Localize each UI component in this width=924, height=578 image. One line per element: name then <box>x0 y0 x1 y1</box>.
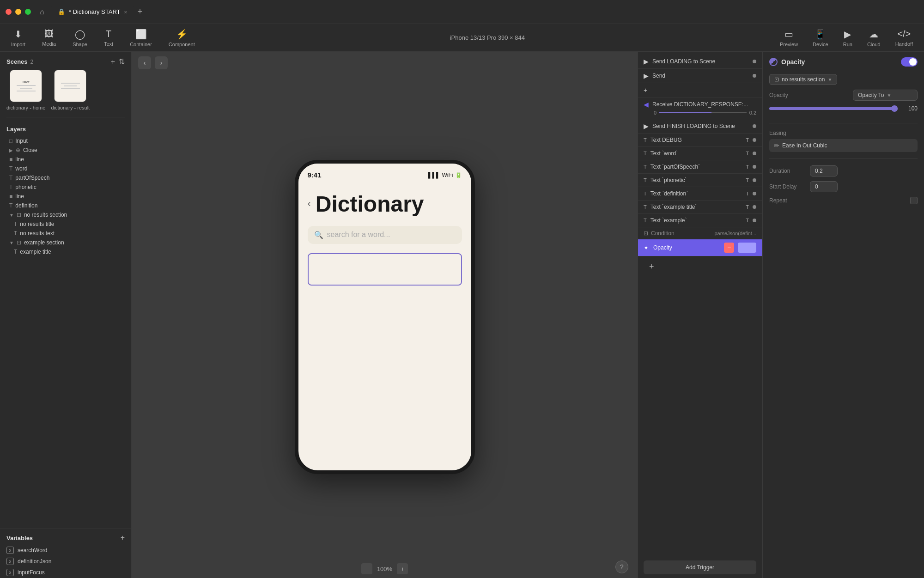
variable-inputfocus[interactable]: x inputFocus <box>0 567 131 578</box>
repeat-row: Repeat <box>769 197 918 204</box>
variable-definitionjson[interactable]: x definitionJson <box>0 556 131 567</box>
layer-no-results-title[interactable]: T no results title <box>0 219 131 229</box>
minimize-window-button[interactable] <box>15 9 21 15</box>
component-tool[interactable]: ⚡ Component <box>165 27 199 49</box>
scene-item-home[interactable]: Dict dictionary - home <box>6 70 45 110</box>
new-tab-button[interactable]: + <box>134 6 146 18</box>
send-finish-name: Send FINISH LOADING to Scene <box>652 123 749 129</box>
layer-example-section[interactable]: ▼ ⊡ example section <box>0 238 131 247</box>
timing-section: Duration Start Delay Repeat <box>763 162 924 213</box>
text-label: Text <box>104 41 113 47</box>
add-scene-button[interactable]: + <box>111 57 115 66</box>
condition-icon: ⊡ <box>644 230 648 237</box>
layer-example-title[interactable]: T example title <box>0 247 131 256</box>
opacity-type-row: Opacity Opacity To ▼ <box>769 90 918 101</box>
send-name: Send <box>652 73 749 79</box>
trigger-send-finish-loading[interactable]: ▶ Send FINISH LOADING to Scene <box>638 119 762 134</box>
layer-input[interactable]: □ Input <box>0 136 131 146</box>
layer-line-2[interactable]: ■ line <box>0 192 131 201</box>
close-window-button[interactable] <box>6 9 12 15</box>
search-icon: 🔍 <box>314 231 323 239</box>
trigger-dot-8 <box>753 192 756 195</box>
add-trigger-button[interactable]: Add Trigger <box>644 560 756 574</box>
home-icon[interactable]: ⌂ <box>36 6 48 18</box>
shape-tool[interactable]: ◯ Shape <box>69 27 91 49</box>
add-variable-button[interactable]: + <box>121 534 125 542</box>
layer-no-results-section[interactable]: ▼ ⊡ no results section <box>0 210 131 219</box>
layer-no-results-icon: ⊡ <box>17 212 21 218</box>
variable-searchword[interactable]: x searchWord <box>0 545 131 556</box>
trigger-send-loading[interactable]: ▶ Send LOADING to Scene <box>638 55 762 69</box>
opacity-delete-button[interactable]: − <box>724 243 734 253</box>
easing-option[interactable]: ✏ Ease In Out Cubic <box>769 139 918 152</box>
layer-line-1[interactable]: ■ line <box>0 155 131 164</box>
trigger-text-debug[interactable]: T Text DEBUG T <box>638 134 762 147</box>
text-tool[interactable]: T Text <box>100 27 117 49</box>
opacity-toggle[interactable] <box>901 57 918 67</box>
start-delay-input[interactable] <box>810 181 838 192</box>
text-debug-name: Text DEBUG <box>650 137 742 143</box>
trigger-text-partofspeech[interactable]: T Text `partOfSpeech` T <box>638 160 762 174</box>
opacity-slider[interactable] <box>769 107 898 110</box>
handoff-tool[interactable]: </> Handoff <box>892 27 917 49</box>
layer-no-results-expand-icon[interactable]: ▼ <box>9 213 14 218</box>
layer-word[interactable]: T word <box>0 164 131 173</box>
opacity-type-dropdown[interactable]: Opacity To ▼ <box>853 90 918 101</box>
slider-thumb[interactable] <box>891 105 898 112</box>
condition-value: parseJson(defint... <box>715 231 757 236</box>
trigger-text-definition[interactable]: T Text `definition` T <box>638 187 762 201</box>
layer-definition[interactable]: T definition <box>0 201 131 210</box>
layer-no-results-text[interactable]: T no results text <box>0 229 131 238</box>
target-dropdown-label: no results section <box>782 76 825 83</box>
zoom-out-button[interactable]: − <box>361 563 372 574</box>
trigger-add[interactable]: + <box>638 83 762 97</box>
preview-tool[interactable]: ▭ Preview <box>776 27 802 49</box>
device-tool[interactable]: 📱 Device <box>809 27 832 49</box>
layer-example-expand-icon[interactable]: ▼ <box>9 240 14 245</box>
trigger-text-word[interactable]: T Text `word` T <box>638 147 762 160</box>
import-tool[interactable]: ⬇ Import <box>7 27 29 49</box>
trigger-opacity-active[interactable]: ✦ Opacity − <box>638 239 762 256</box>
right-divider-2 <box>769 158 918 159</box>
layer-close[interactable]: ▶ ⊕ Close <box>0 146 131 155</box>
layer-partofspeech[interactable]: T partOfSpeech <box>0 173 131 183</box>
canvas-forward-button[interactable]: › <box>155 56 168 69</box>
phone-search-bar[interactable]: 🔍 search for a word... <box>308 226 462 244</box>
help-button[interactable]: ? <box>615 560 628 573</box>
run-tool[interactable]: ▶ Run <box>839 27 856 49</box>
text-def-name: Text `definition` <box>650 190 742 197</box>
scene-item-result[interactable]: dictionary - result <box>51 70 90 110</box>
phone-back-icon[interactable]: ‹ <box>308 198 311 210</box>
variables-header: Variables + <box>0 529 131 545</box>
shape-label: Shape <box>73 42 87 47</box>
maximize-window-button[interactable] <box>25 9 31 15</box>
trigger-send[interactable]: ▶ Send <box>638 69 762 83</box>
sort-scenes-button[interactable]: ⇅ <box>119 57 125 66</box>
active-tab[interactable]: 🔒 * Dictionary START × <box>51 4 134 20</box>
trigger-text-phonetic[interactable]: T Text `phonetic` T <box>638 174 762 187</box>
trigger-list: ▶ Send LOADING to Scene ▶ Send + ◀ Recei… <box>638 52 762 557</box>
text-ex-title-name: Text `example title` <box>650 204 742 210</box>
text-pos-t-icon: T <box>644 164 647 170</box>
layer-phonetic[interactable]: T phonetic <box>0 183 131 192</box>
layer-no-results-title-icon: T <box>14 221 17 227</box>
trigger-receive-response[interactable]: ◀ Receive DICTIONARY_RESPONSE:... 0 0.2 <box>638 97 762 119</box>
container-icon: ⬜ <box>135 29 147 40</box>
media-tool[interactable]: 🖼 Media <box>38 27 60 49</box>
duration-input[interactable] <box>810 165 838 176</box>
layer-expand-icon[interactable]: ▶ <box>9 148 13 153</box>
tab-close-button[interactable]: × <box>124 9 127 15</box>
add-icon: + <box>644 86 647 94</box>
trigger-text-example-title[interactable]: T Text `example title` T <box>638 201 762 214</box>
target-dropdown[interactable]: ⊡ no results section ▼ <box>769 74 837 85</box>
container-tool[interactable]: ⬜ Container <box>126 27 156 49</box>
zoom-in-button[interactable]: + <box>397 563 408 574</box>
opacity-color-box[interactable] <box>738 243 756 253</box>
trigger-dot-9 <box>753 205 756 209</box>
cloud-tool[interactable]: ☁ Cloud <box>863 27 884 49</box>
trigger-text-example[interactable]: T Text `example` T <box>638 214 762 227</box>
text-icon: T <box>106 29 111 39</box>
repeat-checkbox[interactable] <box>910 197 918 204</box>
canvas-back-button[interactable]: ‹ <box>138 56 151 69</box>
trigger-inner-add-button[interactable]: + <box>644 259 660 274</box>
